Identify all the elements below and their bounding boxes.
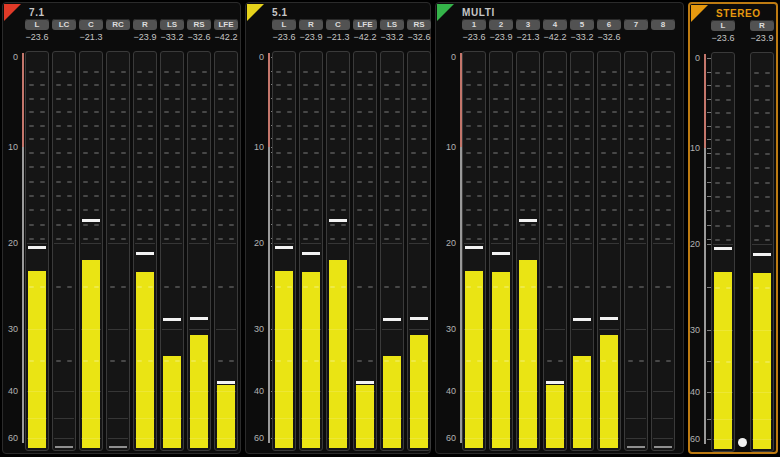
scale-tick-label: 30 [684, 325, 700, 335]
meter-tick-dash [477, 152, 482, 154]
meter-tick-dash [384, 152, 389, 154]
meter-tick-dash [83, 84, 88, 86]
meter-tick-dash [765, 361, 770, 363]
meter-tick-dash [341, 84, 346, 86]
meter-tick-dash [504, 166, 509, 168]
meter-tick-dash [330, 286, 335, 288]
meter-tick-dash [520, 166, 525, 168]
meter-tick-dash [191, 111, 196, 113]
meter-tick-dash [56, 71, 61, 73]
panel-stereo[interactable]: STEREO01020304060L−23.6R−23.9 [688, 2, 778, 454]
peak-hold-indicator [383, 318, 401, 321]
scale-tick-label: 0 [2, 52, 18, 62]
meter-slot [651, 51, 675, 451]
meter-tick-dash [466, 181, 471, 183]
meter-tick-dash [148, 286, 153, 288]
meter-tick-dash [639, 84, 644, 86]
meter-tick-dash [612, 166, 617, 168]
meter-tick-dash [531, 152, 536, 154]
meter-tick-dash [628, 166, 633, 168]
meter-tick-dash [520, 84, 525, 86]
meter-tick-dash [601, 224, 606, 226]
peak-hold-indicator [82, 219, 100, 222]
meter-tick-dash [558, 286, 563, 288]
meter-tick-dash [229, 98, 234, 100]
meter-gridline [162, 391, 182, 392]
meter-slot [543, 51, 567, 451]
meter-tick-dash [666, 209, 671, 211]
meter-tick-dash [666, 84, 671, 86]
channel-value: −23.6 [711, 33, 735, 44]
meter-tick-dash [504, 111, 509, 113]
meter-gridline [518, 418, 538, 419]
meter-slot [407, 51, 431, 451]
meter-tick-dash [330, 98, 335, 100]
meter-tick-dash [466, 125, 471, 127]
meter-tick-dash [314, 138, 319, 140]
meter-tick-dash [612, 360, 617, 362]
meter-tick-dash [164, 138, 169, 140]
meter-tick-dash [175, 98, 180, 100]
peak-hold-indicator [753, 253, 771, 256]
meter-tick-dash [504, 360, 509, 362]
panel-title: STEREO [716, 8, 761, 19]
panel-5-1[interactable]: 5.101020304060L−23.6R−23.9C−21.3LFE−42.2… [245, 2, 431, 454]
meter-tick-dash [276, 125, 281, 127]
meter-tick-dash [56, 98, 61, 100]
meter-tick-dash [395, 166, 400, 168]
panel-multi[interactable]: MULTI010203040601−23.62−23.93−21.34−42.2… [435, 2, 684, 454]
meter-tick-dash [218, 286, 223, 288]
meter-tick-dash [411, 238, 416, 240]
meter-tick-dash [202, 195, 207, 197]
meter-tick-dash [765, 153, 770, 155]
meter-tick-dash [639, 224, 644, 226]
channel-label: 4 [543, 19, 567, 30]
meter-tick-dash [639, 209, 644, 211]
meter-tick-dash [357, 286, 362, 288]
meter-tick-dash [477, 84, 482, 86]
meter-tick-dash [558, 71, 563, 73]
meter-slot [462, 51, 486, 451]
meter-tick-dash [94, 209, 99, 211]
meter-gridline [409, 438, 429, 439]
meter-tick-dash [585, 360, 590, 362]
meter-tick-dash [40, 238, 45, 240]
meter-tick-dash [384, 166, 389, 168]
meter-tick-dash [368, 138, 373, 140]
meter-tick-dash [493, 84, 498, 86]
meter-tick-dash [547, 98, 552, 100]
meter-gridline [572, 391, 592, 392]
meter-tick-dash [229, 224, 234, 226]
meter-tick-dash [754, 167, 759, 169]
panel-7-1[interactable]: 7.101020304060L−23.6LCC−21.3RCR−23.9LS−3… [2, 2, 241, 454]
meter-tick-dash [411, 286, 416, 288]
meter-gridline [653, 438, 673, 439]
meter-tick-dash [466, 224, 471, 226]
meter-gridline [545, 438, 565, 439]
meter-gridline [274, 391, 294, 392]
meter-tick-dash [628, 195, 633, 197]
meter-tick-dash [303, 238, 308, 240]
meter-tick-dash [558, 166, 563, 168]
white-dot-indicator[interactable] [738, 438, 747, 447]
meter-tick-dash [164, 84, 169, 86]
meter-tick-dash [29, 98, 34, 100]
channel-value [106, 32, 130, 43]
channel-value [52, 32, 76, 43]
meter-tick-dash [148, 152, 153, 154]
meter-gridline [274, 329, 294, 330]
meter-tick-dash [67, 125, 72, 127]
meter-tick-dash [477, 181, 482, 183]
meter-tick-dash [504, 224, 509, 226]
meter-tick-dash [639, 111, 644, 113]
meter-tick-dash [276, 195, 281, 197]
meter-tick-dash [202, 84, 207, 86]
meter-tick-dash [466, 238, 471, 240]
meter-tick-dash [612, 195, 617, 197]
meter-tick-dash [384, 209, 389, 211]
meter-tick-dash [121, 111, 126, 113]
meter-tick-dash [531, 286, 536, 288]
meter-tick-dash [191, 138, 196, 140]
channel-value: −23.9 [299, 32, 323, 43]
meter-tick-dash [558, 360, 563, 362]
